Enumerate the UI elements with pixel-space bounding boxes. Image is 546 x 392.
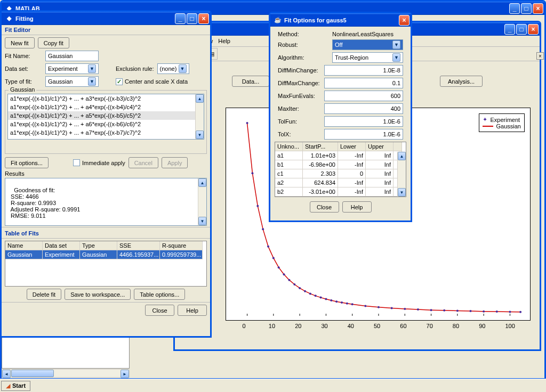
minimize-button[interactable]: _ <box>504 24 515 35</box>
col-dataset[interactable]: Data set <box>43 241 80 250</box>
list-item[interactable]: a1*exp(-((x-b1)/c1)^2) + ... + a5*exp(-(… <box>8 111 204 120</box>
maxfun-input[interactable] <box>324 91 403 101</box>
params-table[interactable]: Unkno... StartP... Lower Upper a11.01e+0… <box>275 142 406 197</box>
formula-list[interactable]: a1*exp(-((x-b1)/c1)^2) + ... + a3*exp(-(… <box>7 94 204 140</box>
fits-table[interactable]: Name Data set Type SSE R-square Gaussian… <box>5 241 207 287</box>
svg-point-2 <box>256 205 259 207</box>
new-fit-button[interactable]: New fit <box>5 37 35 48</box>
tolx-input[interactable] <box>324 129 403 140</box>
fit-name-input[interactable] <box>45 51 99 61</box>
scroll-up-icon[interactable]: ▲ <box>198 178 206 187</box>
method-value: NonlinearLeastSquares <box>332 31 394 37</box>
fit-name-label: Fit Name: <box>5 53 42 59</box>
scroll-left-icon[interactable]: ◄ <box>2 370 11 378</box>
svg-point-24 <box>404 308 406 310</box>
taskbar: ◢ Start <box>0 379 546 392</box>
table-row[interactable]: b1-6.98e+00-InfInf <box>275 160 406 169</box>
legend-label-gaussian: Gaussian <box>496 123 521 129</box>
exclusion-label: Exclusion rule: <box>116 66 154 72</box>
close-button[interactable]: Close <box>310 201 339 213</box>
svg-point-3 <box>262 228 264 230</box>
scroll-down-icon[interactable]: ▼ <box>198 217 206 225</box>
close-button[interactable]: × <box>399 15 410 26</box>
help-button[interactable]: Help <box>178 305 207 316</box>
analysis-button[interactable]: Analysis... <box>440 76 483 87</box>
list-item[interactable]: a1*exp(-((x-b1)/c1)^2) + ... + a7*exp(-(… <box>8 128 204 137</box>
scrollbar[interactable]: ▲ ▼ <box>195 94 204 139</box>
svg-point-9 <box>293 283 295 285</box>
scroll-down-icon[interactable]: ▼ <box>398 188 406 197</box>
close-button[interactable]: × <box>533 3 543 14</box>
cancel-button[interactable]: Cancel <box>129 157 158 168</box>
algorithm-select[interactable]: Trust-Region▼ <box>332 52 403 63</box>
col-unknown[interactable]: Unkno... <box>275 142 303 151</box>
diffmax-input[interactable] <box>324 78 403 88</box>
maximize-button[interactable]: □ <box>521 3 532 14</box>
col-startpoint[interactable]: StartP... <box>303 142 338 151</box>
col-lower[interactable]: Lower <box>338 142 366 151</box>
data-set-select[interactable]: Experiment▼ <box>45 63 99 74</box>
diffmin-input[interactable] <box>324 65 403 76</box>
col-upper[interactable]: Upper <box>366 142 394 151</box>
copy-fit-button[interactable]: Copy fit <box>38 37 69 48</box>
col-sse[interactable]: SSE <box>117 241 160 250</box>
col-rsquare[interactable]: R-square <box>160 241 203 250</box>
results-box[interactable]: Goodness of fit: SSE: 4466 R-square: 0.9… <box>5 178 207 226</box>
close-button[interactable]: Close <box>145 305 174 316</box>
svg-point-6 <box>278 266 280 268</box>
close-button[interactable]: × <box>198 13 209 24</box>
scrollbar[interactable]: ▲ ▼ <box>198 178 206 225</box>
col-name[interactable]: Name <box>5 241 43 250</box>
axis-tick-label: 10 <box>269 323 275 329</box>
svg-point-8 <box>288 279 290 281</box>
scroll-up-icon[interactable]: ▲ <box>398 152 406 160</box>
exclusion-select[interactable]: (none)▼ <box>157 63 189 74</box>
list-item[interactable]: a1*exp(-((x-b1)/c1)^2) + ... + a4*exp(-(… <box>8 103 204 111</box>
scroll-up-icon[interactable]: ▲ <box>196 94 204 103</box>
table-row[interactable]: c12.3030Inf <box>275 169 406 178</box>
axis-tick-label: 100 <box>505 323 515 329</box>
svg-point-26 <box>430 309 432 311</box>
hscroll[interactable]: ◄ ► <box>2 369 130 378</box>
maximize-button[interactable]: □ <box>187 13 197 24</box>
apply-button[interactable]: Apply <box>162 157 188 168</box>
svg-point-4 <box>267 246 269 248</box>
immediate-apply-checkbox[interactable] <box>73 159 80 166</box>
scroll-right-icon[interactable]: ► <box>121 370 129 378</box>
col-type[interactable]: Type <box>80 241 117 250</box>
center-scale-checkbox[interactable]: ✓ <box>116 78 123 85</box>
help-button[interactable]: Help <box>342 201 372 213</box>
table-row[interactable]: a2624.834-InfInf <box>275 178 406 187</box>
table-row[interactable]: Gaussian Experiment Gaussian 4466.195937… <box>5 250 206 259</box>
type-select[interactable]: Gaussian▼ <box>45 76 99 87</box>
list-item[interactable]: a1*exp(-((x-b1)/c1)^2) + ... + a3*exp(-(… <box>8 94 204 103</box>
save-workspace-button[interactable]: Save to workspace... <box>65 289 131 300</box>
subpanel-close-icon[interactable]: × <box>536 52 544 60</box>
svg-point-30 <box>483 311 485 313</box>
immediate-apply-label: Immediate apply <box>82 160 125 166</box>
maxiter-input[interactable] <box>324 103 403 114</box>
list-item[interactable]: a1*exp(-((x-b1)/c1)^2) + ... + a6*exp(-(… <box>8 120 204 128</box>
scroll-down-icon[interactable]: ▼ <box>196 130 204 139</box>
table-row[interactable]: b2-3.01e+00-InfInf <box>275 187 406 197</box>
table-row[interactable]: a11.01e+03-InfInf <box>275 151 406 160</box>
tolfun-input[interactable] <box>324 116 403 127</box>
table-options-button[interactable]: Table options... <box>134 289 185 300</box>
fitting-titlebar[interactable]: ◆ Fitting _ □ × <box>2 12 210 25</box>
minimize-button[interactable]: _ <box>509 3 520 14</box>
robust-select[interactable]: Off▼ <box>332 39 403 50</box>
delete-fit-button[interactable]: Delete fit <box>27 289 61 300</box>
data-button[interactable]: Data... <box>232 76 269 87</box>
fitopts-titlebar[interactable]: ☕ Fit Options for gauss5 × <box>270 13 411 27</box>
svg-point-27 <box>443 309 445 312</box>
scrollbar[interactable]: ▲ ▼ <box>397 152 406 197</box>
minimize-button[interactable]: _ <box>175 13 186 24</box>
menu-help[interactable]: Help <box>218 38 230 44</box>
axis-tick-label: 50 <box>374 323 380 329</box>
start-button[interactable]: ◢ Start <box>1 381 30 391</box>
close-button[interactable]: × <box>528 24 539 35</box>
maximize-button[interactable]: □ <box>516 24 527 35</box>
fit-options-button[interactable]: Fit options... <box>5 157 49 168</box>
chevron-down-icon: ▼ <box>179 64 187 73</box>
legend[interactable]: ✦ Experiment Gaussian <box>479 113 525 132</box>
